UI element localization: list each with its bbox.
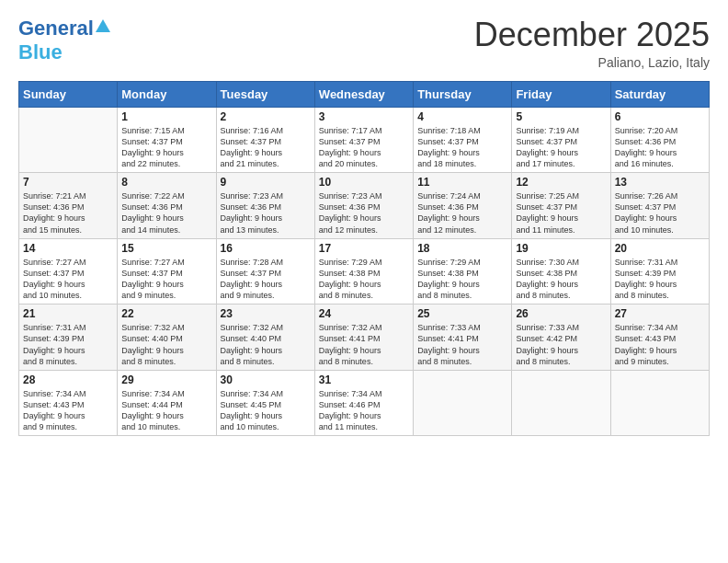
day-info-line: and 8 minutes. xyxy=(319,357,373,366)
day-info: Sunrise: 7:23 AMSunset: 4:36 PMDaylight:… xyxy=(221,190,311,236)
day-info-line: Daylight: 9 hours xyxy=(516,346,578,355)
logo-triangle-icon xyxy=(96,19,110,32)
day-info-line: Sunset: 4:41 PM xyxy=(319,334,381,343)
day-info: Sunrise: 7:22 AMSunset: 4:36 PMDaylight:… xyxy=(121,190,211,236)
day-info-line: Sunrise: 7:18 AM xyxy=(417,126,481,135)
day-info-line: and 22 minutes. xyxy=(121,159,180,168)
day-info-line: Sunrise: 7:24 AM xyxy=(417,191,481,201)
logo-blue: Blue xyxy=(18,40,63,64)
day-number: 11 xyxy=(417,176,507,189)
day-number: 12 xyxy=(516,176,606,189)
calendar-cell-w2-d7: 13Sunrise: 7:26 AMSunset: 4:37 PMDayligh… xyxy=(610,173,709,239)
calendar-header-row: Sunday Monday Tuesday Wednesday Thursday… xyxy=(19,81,710,107)
calendar-cell-w4-d4: 24Sunrise: 7:32 AMSunset: 4:41 PMDayligh… xyxy=(314,304,413,371)
calendar-cell-w1-d5: 4Sunrise: 7:18 AMSunset: 4:37 PMDaylight… xyxy=(414,107,512,173)
calendar-table: Sunday Monday Tuesday Wednesday Thursday… xyxy=(18,81,710,437)
day-info: Sunrise: 7:26 AMSunset: 4:37 PMDaylight:… xyxy=(615,190,705,236)
day-info-line: Daylight: 9 hours xyxy=(615,346,677,355)
day-info-line: Sunset: 4:43 PM xyxy=(615,334,677,343)
day-number: 19 xyxy=(516,242,606,255)
calendar-cell-w3-d4: 17Sunrise: 7:29 AMSunset: 4:38 PMDayligh… xyxy=(314,238,413,304)
day-info-line: Daylight: 9 hours xyxy=(221,346,283,355)
day-info: Sunrise: 7:34 AMSunset: 4:43 PMDaylight:… xyxy=(615,322,705,367)
day-number: 27 xyxy=(615,307,705,320)
day-info: Sunrise: 7:33 AMSunset: 4:42 PMDaylight:… xyxy=(516,322,606,367)
day-info-line: Daylight: 9 hours xyxy=(221,213,283,223)
day-info-line: Daylight: 9 hours xyxy=(516,213,578,223)
day-number: 5 xyxy=(516,110,606,123)
day-info: Sunrise: 7:18 AMSunset: 4:37 PMDaylight:… xyxy=(417,125,507,170)
day-info: Sunrise: 7:29 AMSunset: 4:38 PMDaylight:… xyxy=(319,257,409,302)
day-info-line: and 21 minutes. xyxy=(221,159,279,168)
day-info-line: Sunset: 4:38 PM xyxy=(516,269,577,278)
day-info: Sunrise: 7:34 AMSunset: 4:46 PMDaylight:… xyxy=(319,388,409,433)
day-info-line: Sunrise: 7:27 AM xyxy=(23,258,86,267)
day-info-line: Sunset: 4:44 PM xyxy=(121,400,183,409)
day-info-line: and 17 minutes. xyxy=(516,159,574,168)
day-info-line: Sunset: 4:36 PM xyxy=(121,202,183,212)
day-number: 24 xyxy=(319,307,409,320)
calendar-cell-w3-d3: 16Sunrise: 7:28 AMSunset: 4:37 PMDayligh… xyxy=(216,238,314,304)
day-info-line: Daylight: 9 hours xyxy=(23,411,85,420)
day-info-line: Daylight: 9 hours xyxy=(121,148,184,157)
day-info-line: and 9 minutes. xyxy=(121,291,176,300)
calendar-cell-w2-d2: 8Sunrise: 7:22 AMSunset: 4:36 PMDaylight… xyxy=(118,173,216,239)
calendar-cell-w1-d4: 3Sunrise: 7:17 AMSunset: 4:37 PMDaylight… xyxy=(314,107,413,173)
day-info-line: Sunset: 4:42 PM xyxy=(516,334,577,343)
day-info-line: Sunrise: 7:20 AM xyxy=(615,126,678,135)
day-info: Sunrise: 7:34 AMSunset: 4:44 PMDaylight:… xyxy=(121,388,211,433)
calendar-cell-w3-d7: 20Sunrise: 7:31 AMSunset: 4:39 PMDayligh… xyxy=(610,238,709,304)
day-info-line: and 11 minutes. xyxy=(319,422,378,431)
day-info-line: and 9 minutes. xyxy=(23,422,77,431)
calendar-cell-w2-d6: 12Sunrise: 7:25 AMSunset: 4:37 PMDayligh… xyxy=(512,173,610,239)
day-info-line: Sunset: 4:39 PM xyxy=(23,334,85,343)
calendar-cell-w4-d2: 22Sunrise: 7:32 AMSunset: 4:40 PMDayligh… xyxy=(118,304,216,371)
calendar-cell-w5-d6 xyxy=(512,370,610,436)
day-info-line: Daylight: 9 hours xyxy=(121,346,184,355)
day-info: Sunrise: 7:27 AMSunset: 4:37 PMDaylight:… xyxy=(121,257,211,302)
calendar-cell-w5-d1: 28Sunrise: 7:34 AMSunset: 4:43 PMDayligh… xyxy=(19,370,118,436)
day-info-line: Sunset: 4:36 PM xyxy=(319,202,381,212)
calendar-cell-w1-d2: 1Sunrise: 7:15 AMSunset: 4:37 PMDaylight… xyxy=(118,107,216,173)
day-number: 3 xyxy=(319,110,409,123)
day-info-line: Daylight: 9 hours xyxy=(417,213,480,223)
calendar-cell-w1-d3: 2Sunrise: 7:16 AMSunset: 4:37 PMDaylight… xyxy=(216,107,314,173)
day-info-line: Daylight: 9 hours xyxy=(615,148,677,157)
calendar-week-4: 21Sunrise: 7:31 AMSunset: 4:39 PMDayligh… xyxy=(19,304,710,371)
day-info-line: Sunset: 4:41 PM xyxy=(417,334,479,343)
day-number: 31 xyxy=(319,373,409,386)
day-info: Sunrise: 7:32 AMSunset: 4:41 PMDaylight:… xyxy=(319,322,409,367)
col-thursday: Thursday xyxy=(414,81,512,107)
day-info-line: Sunrise: 7:25 AM xyxy=(516,191,579,201)
day-info: Sunrise: 7:27 AMSunset: 4:37 PMDaylight:… xyxy=(23,257,113,302)
day-info-line: Sunrise: 7:19 AM xyxy=(516,126,579,135)
col-monday: Monday xyxy=(118,81,216,107)
day-number: 25 xyxy=(417,307,507,320)
day-info-line: and 20 minutes. xyxy=(319,159,378,168)
calendar-cell-w2-d4: 10Sunrise: 7:23 AMSunset: 4:36 PMDayligh… xyxy=(314,173,413,239)
calendar-cell-w5-d5 xyxy=(414,370,512,436)
day-number: 15 xyxy=(121,242,211,255)
calendar-cell-w4-d5: 25Sunrise: 7:33 AMSunset: 4:41 PMDayligh… xyxy=(414,304,512,371)
day-info-line: Sunset: 4:37 PM xyxy=(221,269,282,278)
day-info-line: Sunrise: 7:26 AM xyxy=(615,191,678,201)
calendar-week-5: 28Sunrise: 7:34 AMSunset: 4:43 PMDayligh… xyxy=(19,370,710,436)
day-info-line: and 12 minutes. xyxy=(319,225,378,235)
day-info-line: Sunset: 4:43 PM xyxy=(23,400,85,409)
day-info: Sunrise: 7:17 AMSunset: 4:37 PMDaylight:… xyxy=(319,125,409,170)
day-info-line: Sunrise: 7:34 AM xyxy=(121,389,185,398)
day-info-line: Sunset: 4:37 PM xyxy=(221,137,282,146)
logo-general: General xyxy=(18,17,94,40)
col-friday: Friday xyxy=(512,81,610,107)
day-info-line: Daylight: 9 hours xyxy=(23,280,85,289)
day-info-line: Sunset: 4:40 PM xyxy=(221,334,282,343)
day-number: 18 xyxy=(417,242,507,255)
day-info-line: and 18 minutes. xyxy=(417,159,476,168)
day-info-line: Sunrise: 7:31 AM xyxy=(23,323,86,332)
day-info-line: Daylight: 9 hours xyxy=(319,280,381,289)
day-info-line: Sunset: 4:37 PM xyxy=(23,269,85,278)
day-number: 13 xyxy=(615,176,705,189)
day-info: Sunrise: 7:23 AMSunset: 4:36 PMDaylight:… xyxy=(319,190,409,236)
calendar-week-3: 14Sunrise: 7:27 AMSunset: 4:37 PMDayligh… xyxy=(19,238,710,304)
day-info: Sunrise: 7:28 AMSunset: 4:37 PMDaylight:… xyxy=(221,257,311,302)
